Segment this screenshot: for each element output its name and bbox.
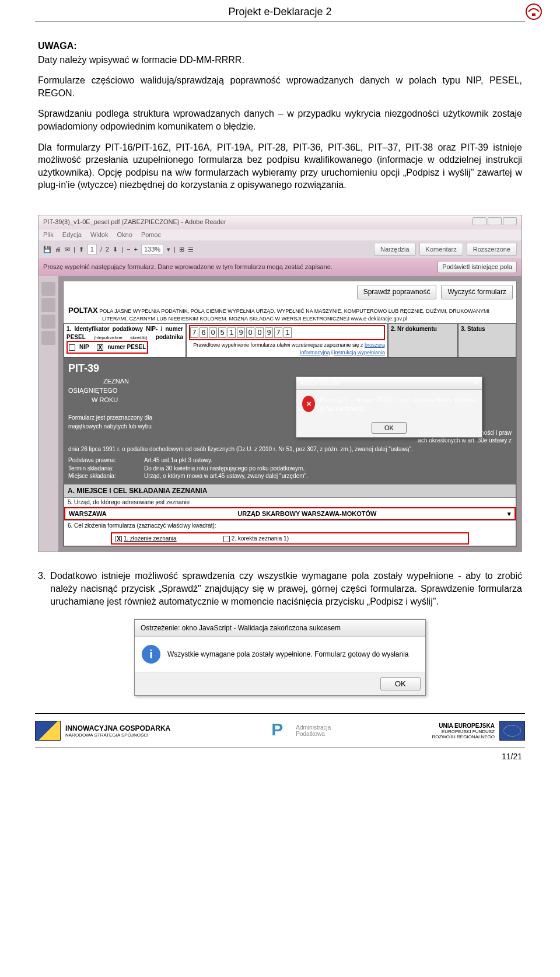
ig-logo-icon — [35, 721, 61, 741]
poltax-header: POLTAX POLA JASNE WYPEŁNIA PODATNIK, POL… — [64, 303, 516, 324]
page-header: Projekt e-Deklaracje 2 — [0, 0, 560, 18]
tools-tab[interactable]: Narzędzia — [374, 243, 416, 256]
poltax-brand: POLTAX — [68, 306, 98, 315]
pesel-label: numer PESEL — [107, 343, 146, 351]
page-total: 2 — [106, 245, 109, 254]
page-sep: / — [100, 245, 102, 254]
close-icon[interactable] — [503, 217, 517, 225]
window-titlebar: PIT-39(3)_v1-0E_pesel.pdf (ZABEZPIECZONE… — [38, 215, 522, 229]
body-content: UWAGA: Daty należy wpisywać w formacie D… — [0, 22, 560, 696]
clear-form-button[interactable]: Wyczyść formularz — [441, 285, 513, 299]
document-area: Sprawdź poprawność Wyczyść formularz POL… — [58, 276, 522, 552]
uwaga-label: UWAGA: — [38, 41, 77, 51]
page-up-icon[interactable]: ⬆ — [79, 245, 84, 254]
save-icon[interactable]: 💾 — [43, 245, 51, 254]
menu-view[interactable]: Widok — [90, 231, 108, 238]
success-dialog-title: Ostrzeżenie: okno JavaScript - Walidacja… — [135, 620, 425, 637]
paragraph-1: Formularze częściowo walidują/sprawdzają… — [38, 74, 522, 99]
infobar-text: Proszę wypełnić następujący formularz. D… — [43, 263, 332, 271]
page-footer: INNOWACYJNA GOSPODARKA NARODOWA STRATEGI… — [0, 713, 560, 767]
svg-point-0 — [526, 4, 541, 19]
menu-window[interactable]: Okno — [117, 231, 132, 238]
form-code: PIT-39 — [68, 361, 512, 375]
nip-checkbox[interactable] — [69, 344, 75, 351]
mail-icon[interactable]: ✉ — [65, 245, 70, 254]
logo-icon — [525, 3, 542, 20]
pesel-checkbox[interactable]: X — [97, 344, 103, 351]
footer-left: INNOWACYJNA GOSPODARKA NARODOWA STRATEGI… — [35, 721, 170, 741]
purpose-options: X1. złożenie zeznania 2. korekta zeznani… — [111, 532, 469, 545]
zoom-in-icon[interactable]: + — [134, 245, 137, 254]
error-dialog: Adobe Reader ✕ ✕ Pozycja 1 - numer PESEL… — [296, 376, 482, 438]
validate-button[interactable]: Sprawdź poprawność — [357, 285, 437, 299]
nip-pesel-choice: NIP Xnumer PESEL — [66, 341, 148, 354]
office-field[interactable]: WARSZAWA URZĄD SKARBOWY WARSZAWA-MOKOTÓW… — [64, 507, 516, 521]
zoom-value[interactable]: 133% — [141, 244, 163, 255]
id-row: 1. Identyfikator podatkowy NIP- / numer … — [64, 323, 516, 357]
lock-icon[interactable] — [41, 298, 55, 312]
list-item-3: 3. Dodatkowo istnieje możliwość sprawdze… — [38, 570, 522, 608]
sidebar — [38, 276, 58, 552]
dialog-close-icon[interactable]: ✕ — [473, 379, 478, 388]
attachment-icon[interactable] — [41, 331, 55, 345]
item3-number: 3. — [38, 570, 46, 608]
tool-icon[interactable]: ⊞ — [179, 245, 184, 254]
form-infobar: Proszę wypełnić następujący formularz. D… — [38, 258, 522, 276]
field5-label: 5. Urząd, do którego adresowane jest zez… — [64, 497, 516, 507]
field6-label: 6. Cel złożenia formularza (zaznaczyć wł… — [64, 520, 516, 531]
tool-icon-2[interactable]: ☰ — [188, 245, 194, 254]
signature-icon[interactable] — [41, 315, 55, 329]
field3-label: 3. Status — [461, 326, 485, 332]
form-header-dark: PIT-39 ZEZNAN OSIĄGNIĘTEGO W ROKU Formul… — [64, 358, 516, 484]
nip-label: NIP — [79, 343, 89, 351]
comment-tab[interactable]: Komentarz — [419, 243, 463, 256]
window-controls[interactable] — [471, 217, 517, 228]
field2-label: 2. Nr dokumentu — [391, 326, 437, 332]
highlight-fields-button[interactable]: Podświetl istniejące pola — [438, 261, 517, 273]
pesel-field[interactable]: 7 6 0 5 1 9 0 0 9 7 1 — [189, 325, 385, 340]
section-a: A. MIEJSCE I CEL SKŁADANIA ZEZNANIA 5. U… — [64, 484, 516, 547]
page-down-icon[interactable]: ⬇ — [113, 245, 118, 254]
success-ok-button[interactable]: OK — [380, 677, 421, 690]
uwaga-text: Daty należy wpisywać w formacie DD-MM-RR… — [38, 54, 522, 67]
dialog-title: Adobe Reader — [300, 379, 341, 388]
menu-edit[interactable]: Edycja — [62, 231, 82, 238]
doc-title: Projekt e-Deklaracje 2 — [228, 6, 331, 18]
embedded-screenshot: PIT-39(3)_v1-0E_pesel.pdf (ZABEZPIECZONE… — [38, 215, 522, 553]
admin-logo-icon: P — [271, 720, 291, 742]
item3-text: Dodatkowo istnieje możliwość sprawdzenia… — [50, 570, 522, 608]
menu-file[interactable]: Plik — [43, 231, 54, 238]
dropdown-icon[interactable]: ▾ — [508, 510, 511, 518]
poltax-line1: POLA JASNE WYPEŁNIA PODATNIK, POLA CIEMN… — [99, 308, 489, 314]
dialog-message: Pozycja 1 - numer PESEL jest nieprawidło… — [320, 396, 476, 413]
menubar: Plik Edycja Widok Okno Pomoc — [38, 229, 522, 240]
success-dialog: Ostrzeżenie: okno JavaScript - Walidacja… — [134, 619, 426, 696]
minimize-icon[interactable] — [473, 217, 487, 225]
page-number-input[interactable]: 1 — [88, 244, 97, 255]
instrukcja-link[interactable]: instrukcją wypełniania — [334, 350, 385, 355]
info-icon: i — [142, 645, 160, 664]
footer-middle: P Administracja Podatkowa — [271, 720, 331, 742]
paragraph-3: Dla formularzy PIT-16/PIT-16Z, PIT-16A, … — [38, 141, 522, 191]
dialog-ok-button[interactable]: OK — [372, 422, 407, 434]
print-icon[interactable]: 🖨 — [55, 245, 61, 254]
thumbnails-icon[interactable] — [41, 282, 55, 296]
window-title: PIT-39(3)_v1-0E_pesel.pdf (ZABEZPIECZONE… — [43, 218, 226, 226]
paragraph-2: Sprawdzaniu podlega struktura wprowadzan… — [38, 107, 522, 132]
maximize-icon[interactable] — [488, 217, 502, 225]
opt2-checkbox[interactable] — [223, 536, 230, 542]
toolbar: 💾 🖨 ✉ | ⬆ 1 / 2 ⬇ | − + 133% ▾ | ⊞ ☰ Nar… — [38, 240, 522, 259]
blue-hint: Prawidłowe wypełnienie formularza ułatwi… — [189, 341, 385, 355]
field1-label: 1. Identyfikator podatkowy NIP- / numer … — [66, 326, 183, 340]
error-icon: ✕ — [302, 396, 315, 412]
menu-help[interactable]: Pomoc — [141, 231, 161, 238]
section-a-header: A. MIEJSCE I CEL SKŁADANIA ZEZNANIA — [64, 484, 516, 497]
opt1-checkbox[interactable]: X — [116, 536, 122, 542]
zoom-out-icon[interactable]: − — [127, 245, 130, 254]
poltax-line2: LITERAMI, CZARNYM LUB NIEBIESKIM KOLOREM… — [102, 316, 407, 322]
success-dialog-message: Wszystkie wymagane pola zostały wypełnio… — [167, 650, 409, 659]
page-number: 11/21 — [0, 751, 560, 767]
svg-rect-1 — [532, 13, 536, 16]
eu-logo-icon — [499, 721, 525, 741]
extended-tab[interactable]: Rozszerzone — [467, 243, 517, 256]
